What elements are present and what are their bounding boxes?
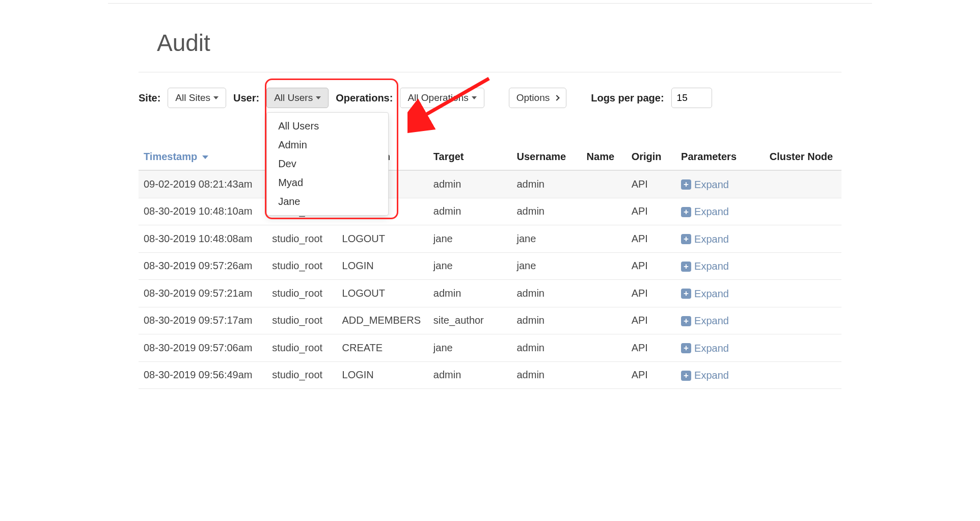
expand-label: Expand bbox=[694, 370, 729, 381]
table-row: 08-30-2019 09:57:26amstudio_rootLOGINjan… bbox=[139, 252, 841, 280]
cell-operation: CREATE bbox=[337, 334, 428, 362]
user-option[interactable]: Admin bbox=[267, 136, 388, 154]
cell-target: admin bbox=[428, 170, 512, 198]
cell-cluster-node bbox=[765, 170, 841, 198]
cell-operation: ADD_MEMBERS bbox=[337, 307, 428, 334]
col-target[interactable]: Target bbox=[428, 144, 512, 170]
table-header-row: Timestamp Site Operation Target Username… bbox=[139, 144, 841, 170]
options-button-label: Options bbox=[516, 92, 550, 103]
cell-site: studio_root bbox=[267, 307, 337, 334]
cell-timestamp: 08-30-2019 09:56:49am bbox=[139, 361, 267, 389]
cell-site: studio_root bbox=[267, 280, 337, 307]
user-option[interactable]: All Users bbox=[267, 117, 388, 136]
user-dropdown-menu: All Users Admin Dev Myad Jane bbox=[266, 112, 389, 216]
user-dropdown[interactable]: All Users bbox=[266, 88, 329, 108]
table-row: 09-02-2019 08:21:43amadminadminAPI+Expan… bbox=[139, 170, 841, 198]
caret-down-icon bbox=[316, 96, 321, 99]
table-row: 08-30-2019 09:56:49amstudio_rootLOGINadm… bbox=[139, 361, 841, 389]
cell-operation: LOGIN bbox=[337, 361, 428, 389]
filters-row: Site: All Sites User: All Users All User… bbox=[139, 88, 841, 108]
cell-site: studio_root bbox=[267, 225, 337, 253]
cell-cluster-node bbox=[765, 198, 841, 225]
cell-site: studio_root bbox=[267, 361, 337, 389]
col-parameters[interactable]: Parameters bbox=[676, 144, 765, 170]
plus-icon: + bbox=[681, 371, 691, 381]
page-title: Audit bbox=[157, 29, 872, 57]
cell-username: admin bbox=[512, 198, 582, 225]
expand-label: Expand bbox=[694, 260, 729, 272]
cell-origin: API bbox=[627, 280, 676, 307]
col-cluster-node[interactable]: Cluster Node bbox=[765, 144, 841, 170]
cell-username: admin bbox=[512, 334, 582, 362]
caret-down-icon bbox=[472, 96, 477, 99]
cell-timestamp: 09-02-2019 08:21:43am bbox=[139, 170, 267, 198]
cell-name bbox=[582, 252, 627, 280]
expand-button[interactable]: +Expand bbox=[681, 288, 729, 300]
cell-name bbox=[582, 198, 627, 225]
expand-label: Expand bbox=[694, 343, 729, 354]
logs-per-page-label: Logs per page: bbox=[591, 92, 664, 104]
user-option[interactable]: Jane bbox=[267, 192, 388, 211]
cell-origin: API bbox=[627, 198, 676, 225]
cell-target: jane bbox=[428, 334, 512, 362]
expand-button[interactable]: +Expand bbox=[681, 179, 729, 191]
caret-down-icon bbox=[213, 96, 219, 99]
cell-operation: LOGOUT bbox=[337, 280, 428, 307]
cell-name bbox=[582, 334, 627, 362]
site-dropdown[interactable]: All Sites bbox=[168, 88, 226, 108]
cell-username: admin bbox=[512, 307, 582, 334]
cell-timestamp: 08-30-2019 10:48:08am bbox=[139, 225, 267, 253]
expand-label: Expand bbox=[694, 315, 729, 327]
cell-parameters: +Expand bbox=[676, 252, 765, 280]
cell-parameters: +Expand bbox=[676, 198, 765, 225]
operations-dropdown[interactable]: All Operations bbox=[400, 88, 484, 108]
divider bbox=[139, 72, 841, 72]
user-dropdown-wrap: All Users All Users Admin Dev Myad Jane bbox=[266, 88, 329, 108]
cell-name bbox=[582, 225, 627, 253]
cell-target: admin bbox=[428, 280, 512, 307]
cell-cluster-node bbox=[765, 280, 841, 307]
col-timestamp-label: Timestamp bbox=[144, 151, 197, 162]
col-username[interactable]: Username bbox=[512, 144, 582, 170]
expand-button[interactable]: +Expand bbox=[681, 370, 729, 381]
site-filter-label: Site: bbox=[139, 92, 160, 104]
col-timestamp[interactable]: Timestamp bbox=[139, 144, 267, 170]
chevron-right-icon bbox=[554, 95, 560, 100]
table-row: 08-30-2019 09:57:06amstudio_rootCREATEja… bbox=[139, 334, 841, 362]
expand-label: Expand bbox=[694, 179, 729, 191]
expand-label: Expand bbox=[694, 233, 729, 245]
cell-parameters: +Expand bbox=[676, 307, 765, 334]
cell-cluster-node bbox=[765, 307, 841, 334]
cell-name bbox=[582, 361, 627, 389]
logs-per-page-input[interactable] bbox=[671, 88, 712, 108]
operations-dropdown-value: All Operations bbox=[407, 92, 468, 103]
expand-label: Expand bbox=[694, 206, 729, 218]
expand-button[interactable]: +Expand bbox=[681, 260, 729, 272]
operations-filter-label: Operations: bbox=[336, 92, 393, 104]
cell-timestamp: 08-30-2019 09:57:21am bbox=[139, 280, 267, 307]
user-option[interactable]: Myad bbox=[267, 173, 388, 192]
cell-parameters: +Expand bbox=[676, 225, 765, 253]
expand-button[interactable]: +Expand bbox=[681, 315, 729, 327]
cell-timestamp: 08-30-2019 09:57:26am bbox=[139, 252, 267, 280]
cell-cluster-node bbox=[765, 361, 841, 389]
expand-button[interactable]: +Expand bbox=[681, 233, 729, 245]
expand-button[interactable]: +Expand bbox=[681, 206, 729, 218]
site-dropdown-value: All Sites bbox=[175, 92, 210, 103]
table-row: 08-30-2019 10:48:08amstudio_rootLOGOUTja… bbox=[139, 225, 841, 253]
user-dropdown-value: All Users bbox=[274, 92, 313, 103]
cell-username: admin bbox=[512, 280, 582, 307]
sort-desc-icon bbox=[202, 155, 208, 159]
cell-cluster-node bbox=[765, 225, 841, 253]
table-row: 08-30-2019 09:57:17amstudio_rootADD_MEMB… bbox=[139, 307, 841, 334]
cell-operation: LOGOUT bbox=[337, 225, 428, 253]
cell-operation: LOGIN bbox=[337, 252, 428, 280]
cell-target: admin bbox=[428, 198, 512, 225]
plus-icon: + bbox=[681, 343, 691, 353]
col-name[interactable]: Name bbox=[582, 144, 627, 170]
expand-button[interactable]: +Expand bbox=[681, 343, 729, 354]
options-button[interactable]: Options bbox=[509, 88, 566, 108]
user-option[interactable]: Dev bbox=[267, 154, 388, 173]
plus-icon: + bbox=[681, 316, 691, 326]
col-origin[interactable]: Origin bbox=[627, 144, 676, 170]
